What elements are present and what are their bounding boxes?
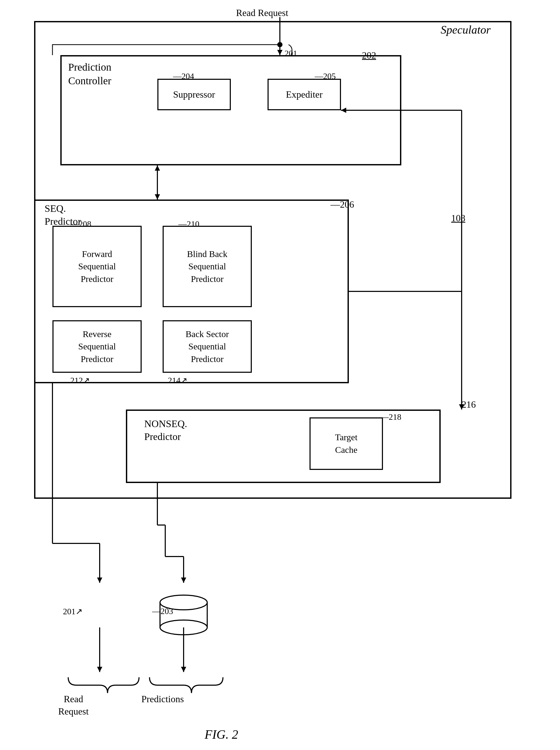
prediction-controller-box xyxy=(60,55,401,165)
expediter-box: Expediter xyxy=(268,79,341,110)
figure-label: FIG. 2 xyxy=(205,727,238,742)
speculator-label: Speculator xyxy=(441,23,491,37)
svg-marker-24 xyxy=(97,667,102,672)
svg-point-30 xyxy=(160,620,207,635)
ref-108: 108 xyxy=(451,213,465,224)
back-sector-label: Back Sector Sequential Predictor xyxy=(185,328,229,366)
expediter-label: Expediter xyxy=(286,89,323,100)
nonseq-label: NONSEQ. Predictor xyxy=(144,417,187,443)
read-request-top-label: Read Request xyxy=(236,7,288,18)
ref-212: 212↗ xyxy=(70,375,90,386)
target-cache-label: Target Cache xyxy=(335,431,357,456)
ref-214: 214↗ xyxy=(168,375,188,386)
reverse-seq-label: Reverse Sequential Predictor xyxy=(78,328,116,366)
read-request-bottom-label: Read Request xyxy=(41,693,106,718)
back-sector-seq-predictor-box: Back Sector Sequential Predictor xyxy=(163,320,252,373)
blind-back-seq-predictor-box: Blind Back Sequential Predictor xyxy=(163,226,252,307)
ref-218: —218 xyxy=(380,412,401,422)
reverse-seq-predictor-box: Reverse Sequential Predictor xyxy=(53,320,142,373)
ref-201-bottom: 201↗ xyxy=(63,606,83,616)
svg-marker-22 xyxy=(181,577,186,583)
target-cache-box: Target Cache xyxy=(310,417,383,470)
blind-back-label: Blind Back Sequential Predictor xyxy=(187,248,227,285)
suppressor-box: Suppressor xyxy=(158,79,231,110)
forward-seq-predictor-box: Forward Sequential Predictor xyxy=(53,226,142,307)
forward-seq-label: Forward Sequential Predictor xyxy=(78,248,116,285)
ref-216: 216 xyxy=(462,399,476,410)
svg-marker-26 xyxy=(181,667,186,672)
prediction-controller-label: Prediction Controller xyxy=(68,60,111,88)
suppressor-label: Suppressor xyxy=(173,89,215,100)
ref-206: —206 xyxy=(331,199,354,210)
ref-203: —203 xyxy=(152,606,173,616)
diagram: Read Request 201 Speculator 202 Predicti… xyxy=(0,0,560,750)
svg-marker-16 xyxy=(97,577,102,583)
predictions-bottom-label: Predictions xyxy=(134,693,191,705)
